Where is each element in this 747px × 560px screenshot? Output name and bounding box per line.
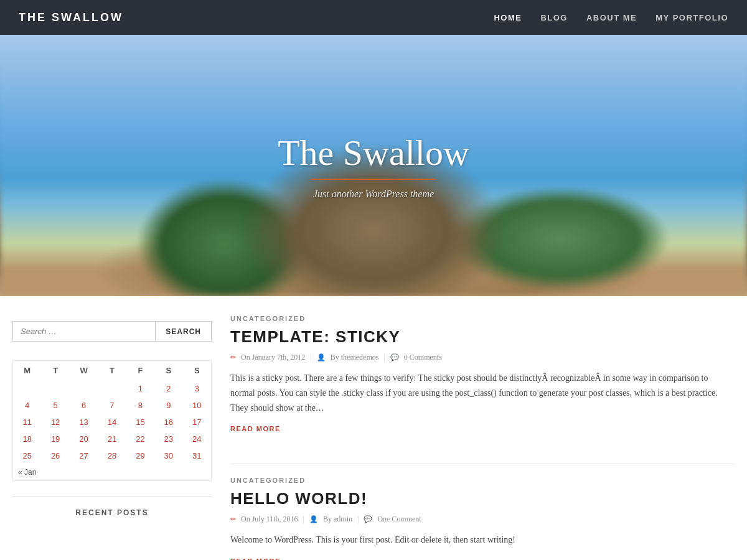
cal-link[interactable]: 3 [195,384,199,393]
cal-cell: 3 [183,380,211,397]
cal-cell: 26 [41,447,69,464]
post-1-read-more[interactable]: READ MORE [230,425,281,432]
cal-link[interactable]: 20 [79,434,88,444]
cal-link[interactable]: 11 [22,418,31,427]
cal-link[interactable]: 5 [54,401,58,410]
cal-cell: 31 [183,447,211,464]
cal-cell: 5 [41,397,69,414]
calendar-table: M T W T F S S 1 [13,361,211,480]
post-1-meta: ✏ On January 7th, 2012 | 👤 By themedemos… [230,353,735,362]
nav-home[interactable]: HOME [494,13,522,22]
post-2-title-link[interactable]: HELLO WORLD! [230,489,367,508]
cal-cell: 17 [183,414,211,431]
cal-cell: 25 [13,447,41,464]
cal-link[interactable]: 25 [22,451,31,460]
cal-link[interactable]: 10 [192,401,201,410]
navbar: THE SWALLOW HOME BLOG ABOUT ME MY PORTFO… [0,0,747,35]
cal-prev[interactable]: « Jan [13,464,98,480]
post-2-author: By admin [323,515,352,524]
cal-link[interactable]: 15 [136,418,144,427]
post-1-title[interactable]: TEMPLATE: STICKY [230,327,735,347]
cal-cell: 23 [154,431,182,447]
comment-icon-2: 💬 [364,515,372,523]
cal-link[interactable]: 12 [51,418,60,427]
cal-cell: 15 [126,414,154,431]
post-2-title[interactable]: HELLO WORLD! [230,489,735,508]
cal-link[interactable]: 18 [22,434,31,444]
cal-link[interactable]: 24 [192,434,201,444]
cal-cell: 27 [70,447,98,464]
post-1-date: On January 7th, 2012 [241,353,305,362]
nav-about[interactable]: ABOUT ME [586,13,637,22]
cal-link[interactable]: 6 [82,401,86,410]
cal-cell: 24 [183,431,211,447]
site-title: THE SWALLOW [19,11,123,24]
cal-link[interactable]: 31 [192,451,201,460]
nav-blog[interactable]: BLOG [540,13,568,22]
cal-link[interactable]: 21 [108,434,116,444]
cal-cell: 21 [98,431,126,447]
cal-cell: 18 [13,431,41,447]
cal-cell: 6 [70,397,98,414]
cal-link[interactable]: 17 [192,418,201,427]
pen-icon-1: ✏ [230,353,236,362]
calendar-row: 18 19 20 21 22 23 24 [13,431,211,447]
sep-4: | [357,515,359,524]
cal-link[interactable]: 7 [110,401,114,410]
post-1-author: By themedemos [331,353,379,362]
cal-cell [98,380,126,397]
main-nav: HOME BLOG ABOUT ME MY PORTFOLIO [494,13,728,22]
cal-link[interactable]: 19 [51,434,60,444]
hero-section: The Swallow Just another WordPress theme [0,35,747,296]
sep-2: | [383,353,385,362]
cal-day-t1: T [41,361,69,380]
cal-cell: 12 [41,414,69,431]
cal-link[interactable]: 28 [108,451,116,460]
cal-cell: 11 [13,414,41,431]
post-article-1: UNCATEGORIZED TEMPLATE: STICKY ✏ On Janu… [230,315,735,451]
cal-link[interactable]: 26 [51,451,60,460]
user-icon-2: 👤 [309,515,318,523]
calendar-header-row: M T W T F S S [13,361,211,380]
cal-link[interactable]: 8 [138,401,143,410]
comment-icon-1: 💬 [390,353,399,362]
post-divider [230,464,735,464]
cal-cell: 29 [126,447,154,464]
cal-link[interactable]: 23 [164,434,173,444]
calendar-row: 11 12 13 14 15 16 17 [13,414,211,431]
recent-posts-title: RECENT POSTS [12,497,212,517]
cal-cell [41,380,69,397]
search-input[interactable] [12,321,156,342]
cal-cell [70,380,98,397]
search-button[interactable]: SEARCH [156,321,212,342]
nav-portfolio[interactable]: MY PORTFOLIO [655,13,728,22]
cal-cell [13,380,41,397]
cal-link[interactable]: 4 [25,401,29,410]
cal-cell: 8 [126,397,154,414]
cal-day-s2: S [183,361,211,380]
search-widget: SEARCH [12,321,212,342]
cal-link[interactable]: 27 [79,451,88,460]
cal-link[interactable]: 2 [166,384,171,393]
cal-day-t2: T [98,361,126,380]
cal-cell: 1 [126,380,154,397]
cal-link[interactable]: 22 [136,434,144,444]
post-1-title-link[interactable]: TEMPLATE: STICKY [230,327,400,346]
cal-link[interactable]: 16 [164,418,173,427]
cal-link[interactable]: 1 [138,384,143,393]
cal-link[interactable]: 14 [108,418,116,427]
cal-link[interactable]: 30 [164,451,173,460]
content-area: SEARCH M T W T F S S [0,296,747,560]
post-2-read-more[interactable]: READ MORE [230,558,281,560]
cal-link[interactable]: 9 [166,401,171,410]
cal-cell: 22 [126,431,154,447]
cal-link[interactable]: 13 [79,418,88,427]
cal-link[interactable]: 29 [136,451,144,460]
user-icon-1: 👤 [317,353,326,362]
main-content: UNCATEGORIZED TEMPLATE: STICKY ✏ On Janu… [230,315,735,560]
calendar-widget: M T W T F S S 1 [12,360,212,481]
cal-cell: 9 [154,397,182,414]
cal-cell: 16 [154,414,182,431]
cal-cell: 14 [98,414,126,431]
post-article-2: UNCATEGORIZED HELLO WORLD! ✏ On July 11t… [230,477,735,560]
